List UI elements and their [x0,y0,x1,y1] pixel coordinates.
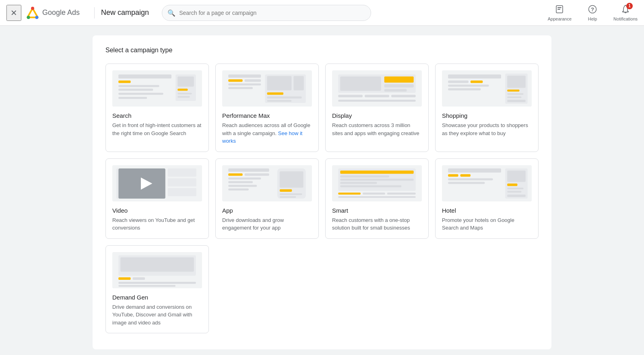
svg-rect-80 [340,185,401,187]
svg-rect-82 [363,192,385,194]
svg-rect-86 [448,168,501,172]
appearance-button[interactable]: Appearance [548,4,572,21]
perfmax-link[interactable]: See how it works [222,130,302,144]
svg-rect-81 [338,192,361,194]
campaign-grid-row2: Video Reach viewers on YouTube and get c… [105,158,539,239]
svg-rect-30 [267,96,302,98]
perfmax-illustration [222,70,312,107]
video-illustration [112,165,202,201]
close-button[interactable]: ✕ [6,5,21,21]
hotel-card-title: Hotel [442,207,532,214]
svg-point-0 [27,16,30,19]
app-illustration [222,165,312,201]
svg-text:?: ? [591,6,594,12]
svg-rect-47 [448,88,481,90]
demand-gen-card-title: Demand Gen [112,294,202,301]
campaign-grid-row3: Demand Gen Drive demand and conversions … [105,245,539,334]
svg-rect-100 [118,277,130,279]
svg-rect-84 [338,196,416,198]
campaign-type-hotel[interactable]: Hotel Promote your hotels on Google Sear… [435,158,539,239]
campaign-type-video[interactable]: Video Reach viewers on YouTube and get c… [105,158,209,239]
svg-rect-45 [471,80,483,83]
svg-point-2 [31,6,34,10]
demand-gen-card-desc: Drive demand and conversions on YouTube,… [112,303,202,327]
svg-rect-4 [557,7,561,8]
search-card-title: Search [112,112,202,119]
svg-rect-70 [280,171,303,188]
svg-rect-59 [168,178,196,186]
svg-rect-13 [118,93,163,95]
svg-rect-53 [507,100,526,102]
svg-rect-76 [340,170,413,174]
page-title: New campaign [101,8,149,17]
shopping-illustration [442,70,532,107]
svg-rect-73 [280,196,296,198]
svg-rect-31 [267,100,292,102]
svg-rect-9 [118,74,171,78]
svg-rect-28 [293,76,303,90]
svg-rect-34 [340,76,381,90]
svg-rect-35 [384,76,414,82]
svg-rect-37 [384,89,407,92]
header-actions: Appearance ? Help 1 Notifications [548,4,638,21]
svg-rect-10 [118,80,130,83]
help-label: Help [588,16,597,21]
svg-rect-38 [338,95,363,97]
svg-rect-21 [228,74,261,78]
campaign-type-display[interactable]: Display Reach customers across 3 million… [325,64,429,152]
campaign-type-app[interactable]: App Drive downloads and grow engagement … [215,158,319,239]
perfmax-card-title: Performance Max [222,112,312,119]
svg-rect-24 [228,83,261,85]
svg-rect-17 [178,89,188,91]
svg-point-1 [35,16,38,19]
display-card-desc: Reach customers across 3 million sites a… [332,121,422,137]
shopping-card-desc: Showcase your products to shoppers as th… [442,121,532,137]
svg-rect-90 [448,182,485,184]
svg-rect-39 [365,95,389,97]
search-icon: 🔍 [167,9,175,16]
svg-rect-36 [384,84,414,87]
svg-rect-51 [507,93,524,95]
search-bar: 🔍 [162,5,371,21]
svg-rect-43 [448,74,501,78]
campaign-type-search[interactable]: Search Get in front of high-intent custo… [105,64,209,152]
demand-gen-illustration [112,252,202,288]
notifications-badge: 1 [626,3,633,9]
campaign-type-panel: Select a campaign type [93,35,551,349]
help-icon: ? [588,4,597,16]
search-illustration [112,70,202,107]
svg-rect-18 [178,93,192,94]
svg-rect-44 [448,80,469,83]
video-card-desc: Reach viewers on YouTube and get convers… [112,216,202,232]
google-ads-logo-icon [26,6,39,19]
campaign-type-smart[interactable]: Smart Reach customers with a one-stop so… [325,158,429,239]
help-button[interactable]: ? Help [581,4,604,21]
svg-rect-62 [228,168,269,172]
svg-rect-77 [340,175,389,177]
svg-rect-87 [448,174,458,176]
svg-rect-60 [168,188,196,196]
svg-rect-99 [120,257,194,271]
section-title: Select a campaign type [105,47,539,54]
svg-rect-83 [387,192,416,194]
notifications-button[interactable]: 1 Notifications [613,4,638,21]
svg-rect-49 [507,76,526,88]
svg-rect-57 [116,168,118,199]
search-input[interactable] [162,5,371,21]
campaign-type-performance-max[interactable]: Performance Max Reach audiences across a… [215,64,319,152]
logo-text: Google Ads [42,8,80,17]
notifications-label: Notifications [613,16,638,21]
appearance-icon [555,4,564,16]
svg-rect-102 [118,281,196,283]
display-illustration [332,70,422,107]
svg-rect-78 [340,179,413,181]
campaign-type-shopping[interactable]: Shopping Showcase your products to shopp… [435,64,539,152]
svg-rect-58 [168,168,196,176]
svg-rect-89 [448,178,493,180]
svg-rect-22 [228,79,242,82]
svg-rect-95 [507,191,521,192]
svg-rect-101 [133,277,145,279]
svg-rect-12 [118,89,153,91]
campaign-type-demand-gen[interactable]: Demand Gen Drive demand and conversions … [105,245,209,334]
smart-illustration [332,165,422,201]
